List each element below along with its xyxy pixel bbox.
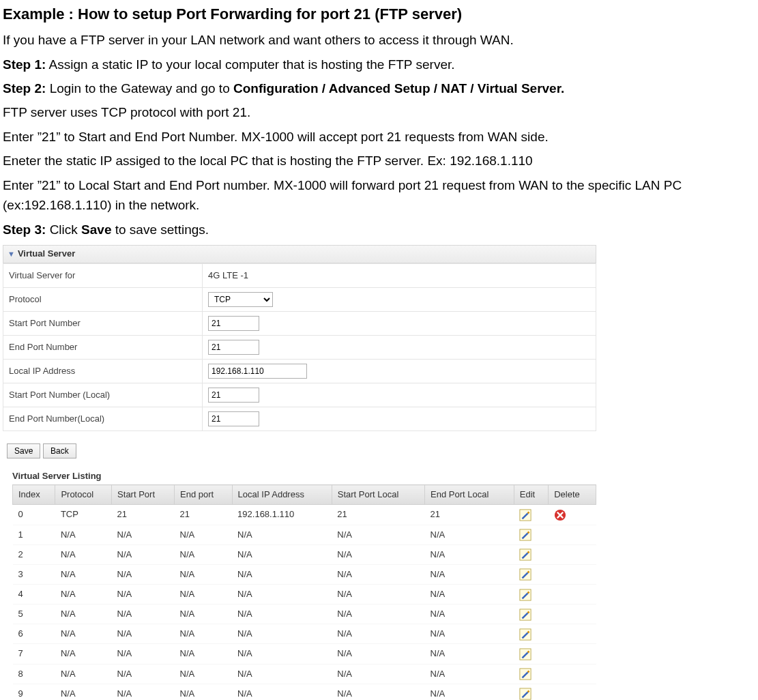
- cell-end_port_local: N/A: [425, 664, 514, 684]
- end-port-local-input[interactable]: [208, 411, 259, 426]
- cell-protocol: TCP: [55, 505, 112, 525]
- protocol-select[interactable]: TCP: [208, 292, 273, 307]
- cell-edit: [514, 544, 548, 564]
- cell-edit: [514, 624, 548, 644]
- doc-line: Step 2: Login to the Gateway and go to C…: [3, 78, 758, 98]
- cell-start_port: N/A: [112, 644, 175, 664]
- cell-local_ip: N/A: [232, 564, 332, 584]
- edit-icon[interactable]: [519, 549, 531, 561]
- cell-end_port_local: N/A: [425, 624, 514, 644]
- cell-index: 0: [13, 505, 55, 525]
- label-local-ip: Local IP Address: [3, 360, 203, 383]
- cell-edit: [514, 604, 548, 624]
- doc-text: Step 2:: [3, 81, 46, 96]
- cell-start_port: N/A: [112, 604, 175, 624]
- cell-end_port: N/A: [175, 684, 233, 700]
- cell-local_ip: N/A: [232, 585, 332, 604]
- doc-line: If you have a FTP server in your LAN net…: [3, 30, 758, 50]
- col-index: Index: [13, 485, 55, 505]
- doc-text: Enter ”21” to Start and End Port Number.…: [3, 130, 549, 144]
- cell-delete: [549, 644, 596, 664]
- table-row: 2N/AN/AN/AN/AN/AN/A: [13, 544, 596, 564]
- cell-end_port: N/A: [175, 564, 233, 584]
- table-row: 8N/AN/AN/AN/AN/AN/A: [13, 664, 596, 684]
- cell-end_port_local: N/A: [425, 544, 514, 564]
- table-row: 0TCP2121192.168.1.1102121: [13, 505, 596, 525]
- cell-edit: [514, 664, 548, 684]
- edit-icon[interactable]: [519, 568, 531, 581]
- cell-delete: [549, 664, 596, 684]
- doc-text: Step 3:: [3, 222, 46, 237]
- cell-start_port_local: N/A: [332, 525, 424, 544]
- doc-line: Step 1: Assign a static IP to your local…: [3, 55, 758, 74]
- listing-title: Virtual Server Listing: [12, 469, 596, 483]
- cell-end_port_local: N/A: [425, 585, 514, 604]
- cell-end_port_local: N/A: [425, 684, 514, 700]
- end-port-input[interactable]: [208, 340, 259, 355]
- edit-icon[interactable]: [519, 668, 531, 680]
- doc-text: If you have a FTP server in your LAN net…: [3, 33, 514, 47]
- doc-text: FTP server uses TCP protocol with port 2…: [3, 105, 250, 119]
- cell-start_port: N/A: [112, 624, 175, 644]
- edit-icon[interactable]: [519, 509, 531, 521]
- cell-start_port_local: N/A: [332, 664, 424, 684]
- delete-icon[interactable]: [554, 509, 566, 521]
- col-start-port: Start Port: [112, 485, 175, 505]
- cell-end_port: N/A: [175, 604, 233, 624]
- edit-icon[interactable]: [519, 529, 531, 541]
- label-protocol: Protocol: [3, 288, 203, 312]
- edit-icon[interactable]: [519, 648, 531, 660]
- label-start-port-local: Start Port Number (Local): [3, 383, 203, 407]
- edit-icon[interactable]: [519, 609, 531, 621]
- col-delete: Delete: [549, 485, 596, 505]
- edit-icon[interactable]: [519, 628, 531, 641]
- cell-protocol: N/A: [55, 525, 112, 544]
- col-local-ip: Local IP Address: [232, 485, 332, 505]
- label-virtual-server-for: Virtual Server for: [3, 264, 203, 288]
- doc-title: Example : How to setup Port Forwarding f…: [3, 3, 758, 26]
- cell-start_port_local: 21: [332, 505, 424, 525]
- start-port-input[interactable]: [208, 316, 259, 331]
- cell-delete: [549, 624, 596, 644]
- table-row: 5N/AN/AN/AN/AN/AN/A: [13, 604, 596, 624]
- edit-icon[interactable]: [519, 589, 531, 601]
- listing-table: Index Protocol Start Port End port Local…: [12, 484, 596, 700]
- cell-start_port: N/A: [112, 544, 175, 564]
- cell-start_port_local: N/A: [332, 564, 424, 584]
- back-button[interactable]: Back: [43, 443, 76, 458]
- cell-delete: [549, 505, 596, 525]
- doc-text: Login to the Gateway and go to: [46, 81, 233, 96]
- cell-end_port: N/A: [175, 525, 233, 544]
- cell-end_port_local: N/A: [425, 525, 514, 544]
- doc-text: to save settings.: [111, 222, 209, 237]
- cell-start_port: N/A: [112, 525, 175, 544]
- cell-local_ip: 192.168.1.110: [232, 505, 332, 525]
- cell-delete: [549, 564, 596, 584]
- cell-protocol: N/A: [55, 604, 112, 624]
- col-edit: Edit: [514, 485, 548, 505]
- form-table: Virtual Server for 4G LTE -1 Protocol TC…: [3, 263, 596, 431]
- start-port-local-input[interactable]: [208, 388, 259, 403]
- save-button[interactable]: Save: [7, 443, 40, 458]
- edit-icon[interactable]: [519, 688, 531, 700]
- cell-end_port_local: N/A: [425, 644, 514, 664]
- cell-start_port: N/A: [112, 664, 175, 684]
- cell-protocol: N/A: [55, 564, 112, 584]
- local-ip-input[interactable]: [208, 364, 307, 379]
- cell-start_port_local: N/A: [332, 544, 424, 564]
- cell-index: 5: [13, 604, 55, 624]
- cell-local_ip: N/A: [232, 664, 332, 684]
- cell-start_port_local: N/A: [332, 624, 424, 644]
- cell-edit: [514, 585, 548, 604]
- doc-line: Enter ”21” to Local Start and End Port n…: [3, 175, 758, 216]
- cell-end_port: N/A: [175, 544, 233, 564]
- table-row: 9N/AN/AN/AN/AN/AN/A: [13, 684, 596, 700]
- cell-edit: [514, 525, 548, 544]
- cell-local_ip: N/A: [232, 624, 332, 644]
- cell-local_ip: N/A: [232, 644, 332, 664]
- table-row: 1N/AN/AN/AN/AN/AN/A: [13, 525, 596, 544]
- cell-edit: [514, 505, 548, 525]
- label-end-port-local: End Port Number(Local): [3, 407, 203, 431]
- table-row: 3N/AN/AN/AN/AN/AN/A: [13, 564, 596, 584]
- label-end-port: End Port Number: [3, 336, 203, 360]
